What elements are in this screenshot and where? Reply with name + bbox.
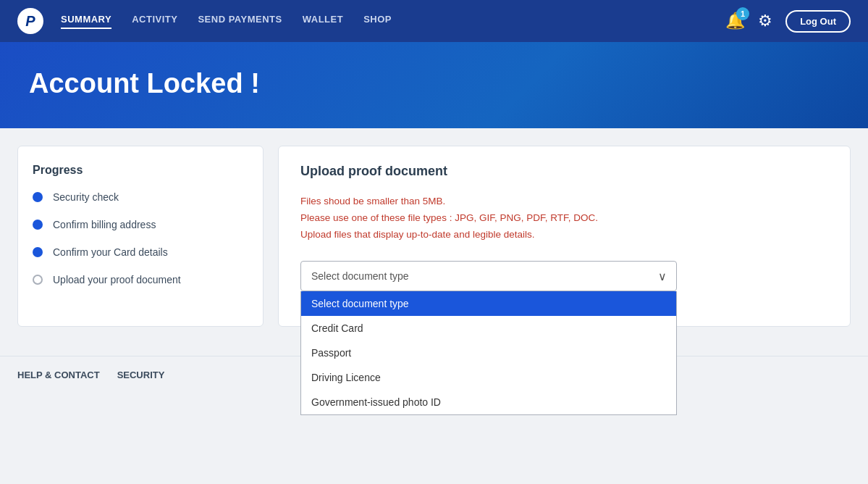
main-content: Progress Security check Confirm billing … <box>0 128 868 327</box>
paypal-logo: P <box>17 8 43 34</box>
settings-icon[interactable]: ⚙ <box>758 12 772 30</box>
nav-links: SUMMARY ACTIVITY SEND PAYMENTS WALLET SH… <box>61 14 725 29</box>
nav-summary[interactable]: SUMMARY <box>61 14 111 29</box>
nav-send-payments[interactable]: SEND PAYMENTS <box>198 14 282 29</box>
info-text: Files shoud be smaller than 5MB. Please … <box>300 193 828 243</box>
logo-text: P <box>25 13 35 30</box>
progress-title: Progress <box>33 164 248 177</box>
info-line-2: Please use one of these file types : JPG… <box>300 210 828 227</box>
nav-shop[interactable]: SHOP <box>363 14 392 29</box>
dropdown-options-list: Select document type Credit Card Passpor… <box>300 291 677 415</box>
footer-link-help[interactable]: HELP & CONTACT <box>17 370 100 380</box>
nav-wallet[interactable]: WALLET <box>303 14 343 29</box>
upload-title: Upload proof document <box>300 164 828 179</box>
document-type-dropdown-wrapper: Select document type Credit Card Passpor… <box>300 261 677 291</box>
progress-item-3: Confirm your Card details <box>33 246 248 258</box>
notification-badge: 1 <box>736 7 749 20</box>
progress-dot-1 <box>33 192 43 202</box>
dropdown-option-gov-id[interactable]: Government-issued photo ID <box>301 390 676 414</box>
dropdown-option-driving-licence[interactable]: Driving Licence <box>301 365 676 390</box>
progress-item-2: Confirm billing address <box>33 219 248 230</box>
progress-panel: Progress Security check Confirm billing … <box>17 146 264 327</box>
logout-button[interactable]: Log Out <box>785 10 851 33</box>
notification-bell[interactable]: 🔔 1 <box>725 12 745 30</box>
dropdown-option-passport[interactable]: Passport <box>301 341 676 365</box>
hero-title: Account Locked ! <box>29 68 839 99</box>
progress-dot-3 <box>33 247 43 257</box>
progress-label-4: Upload your proof document <box>53 274 181 285</box>
dropdown-option-credit-card[interactable]: Credit Card <box>301 316 676 341</box>
progress-item-1: Security check <box>33 191 248 203</box>
document-type-select[interactable]: Select document type Credit Card Passpor… <box>300 261 677 291</box>
progress-label-2: Confirm billing address <box>53 219 156 230</box>
hero-banner: Account Locked ! <box>0 42 868 128</box>
upload-panel: Upload proof document Files shoud be sma… <box>278 146 851 327</box>
nav-activity[interactable]: ACTIVITY <box>132 14 177 29</box>
progress-label-1: Security check <box>53 191 119 203</box>
info-line-1: Files shoud be smaller than 5MB. <box>300 193 828 210</box>
progress-label-3: Confirm your Card details <box>53 246 168 258</box>
nav-right: 🔔 1 ⚙ Log Out <box>725 10 851 33</box>
progress-dot-4 <box>33 275 43 285</box>
info-line-3: Upload files that display up-to-date and… <box>300 227 828 243</box>
progress-dot-2 <box>33 220 43 230</box>
footer-link-security[interactable]: SECURITY <box>117 370 165 380</box>
navbar: P SUMMARY ACTIVITY SEND PAYMENTS WALLET … <box>0 0 868 42</box>
dropdown-option-placeholder[interactable]: Select document type <box>301 291 676 316</box>
progress-item-4: Upload your proof document <box>33 274 248 285</box>
